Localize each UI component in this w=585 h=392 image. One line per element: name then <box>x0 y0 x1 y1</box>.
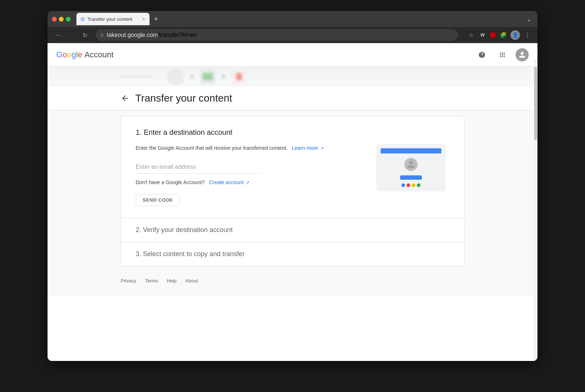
new-tab-button[interactable]: + <box>151 14 161 25</box>
google-account-header: Google Account <box>48 43 537 66</box>
header-icons <box>475 47 529 62</box>
reload-button[interactable]: ↻ <box>80 30 90 40</box>
illus-blue-bar <box>381 148 441 153</box>
logo-g2: g <box>72 50 76 59</box>
illus-avatar <box>404 158 418 171</box>
apps-button[interactable] <box>495 47 510 62</box>
blurred-top-area: • • • • • • • • • • • <box>48 66 537 87</box>
tab-bar: G Transfer your content × + <box>76 13 521 25</box>
logo-o1: o <box>63 50 67 59</box>
no-account-text: Don't have a Google Account? Create acco… <box>136 179 362 185</box>
external-link-icon: ↗ <box>320 146 324 151</box>
profile-avatar[interactable] <box>516 48 529 61</box>
steps-area: 1. Enter a destination account Enter the… <box>48 110 537 272</box>
browser-profile-avatar[interactable]: 👤 <box>510 30 520 40</box>
dot-red <box>407 183 410 187</box>
address-text: takeout.google.com/transfer?hl=en <box>107 32 197 38</box>
google-logo: Google Account <box>56 50 114 60</box>
page-title: Transfer your content <box>135 92 232 104</box>
footer-about-link[interactable]: About <box>185 278 198 283</box>
page-footer: Privacy Terms Help About <box>48 272 537 289</box>
scrollbar-track <box>534 59 537 361</box>
illustration-window <box>376 144 446 191</box>
footer-help-link[interactable]: Help <box>167 278 177 283</box>
step-2-title: 2. Verify your destination account <box>136 226 449 234</box>
footer-privacy-link[interactable]: Privacy <box>121 278 136 283</box>
scrollbar-thumb[interactable] <box>534 67 537 140</box>
email-input[interactable] <box>136 161 260 174</box>
minimize-button[interactable] <box>59 17 64 22</box>
dot-blue <box>401 183 405 187</box>
step-1-card: 1. Enter a destination account Enter the… <box>121 116 464 218</box>
menu-icon[interactable]: ⋮ <box>523 31 532 39</box>
illus-blue-btn <box>400 175 422 180</box>
puzzle-extension-icon[interactable]: 🧩 <box>499 31 507 39</box>
dot-green <box>417 183 420 187</box>
grammarly-extension-icon[interactable]: W <box>478 31 487 39</box>
account-label: Account <box>84 50 114 60</box>
footer-terms-link[interactable]: Terms <box>145 278 158 283</box>
step-1-description: Enter the Google Account that will recei… <box>136 144 362 152</box>
maximize-button[interactable] <box>66 17 71 22</box>
close-tab-button[interactable]: × <box>142 16 145 22</box>
forward-nav-button[interactable]: → <box>67 30 77 40</box>
tab-title: Transfer your content <box>87 16 139 22</box>
back-button[interactable] <box>121 94 129 103</box>
transfer-header: Transfer your content <box>48 87 537 110</box>
bookmark-icon[interactable]: ☆ <box>467 31 475 39</box>
close-button[interactable] <box>52 17 57 22</box>
illus-dots <box>381 183 441 187</box>
active-tab[interactable]: G Transfer your content × <box>76 13 150 25</box>
step-1-title: 1. Enter a destination account <box>136 128 449 137</box>
dot-yellow <box>412 183 415 187</box>
step-1-illustration <box>376 144 449 191</box>
email-input-wrapper <box>136 161 362 174</box>
learn-more-link[interactable]: Learn more ↗ <box>290 145 324 151</box>
extension-icons: ☆ W 🧩 👤 ⋮ <box>467 30 532 40</box>
security-icon: ⊙ <box>100 33 104 38</box>
external-link-icon-2: ↗ <box>246 180 249 185</box>
step-2-card: 2. Verify your destination account <box>121 218 464 242</box>
window-controls[interactable]: ⌄ <box>524 15 533 23</box>
step-3-card: 3. Select content to copy and transfer <box>121 242 464 266</box>
help-button[interactable] <box>475 47 489 62</box>
back-nav-button[interactable]: ← <box>53 30 64 40</box>
address-bar[interactable]: ⊙ takeout.google.com/transfer?hl=en <box>96 29 458 41</box>
logo-g: G <box>56 50 63 59</box>
send-code-button[interactable]: SEND CODE <box>136 194 180 206</box>
tab-favicon: G <box>81 16 84 22</box>
shield-extension-icon[interactable] <box>490 32 496 38</box>
step-1-content: Enter the Google Account that will recei… <box>136 144 362 206</box>
logo-e: e <box>78 50 82 59</box>
logo-o2: o <box>67 50 71 59</box>
create-account-link[interactable]: Create account ↗ <box>207 179 249 185</box>
step-3-title: 3. Select content to copy and transfer <box>136 250 449 258</box>
